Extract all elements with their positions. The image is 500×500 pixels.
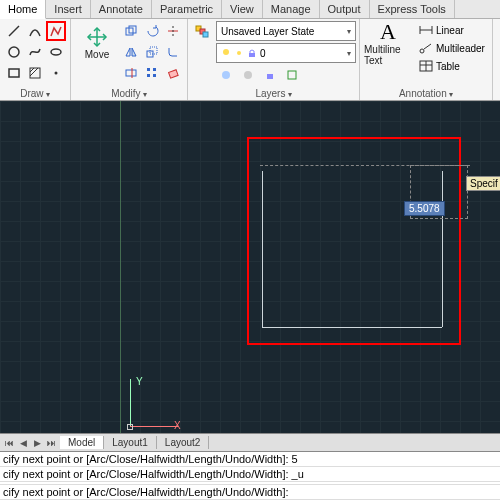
tab-express-tools[interactable]: Express Tools [370,0,455,18]
multiline-text-button[interactable]: A Multiline Text [364,21,412,65]
tab-nav-next-icon[interactable]: ▶ [30,438,44,448]
tab-manage[interactable]: Manage [263,0,320,18]
layer-properties-icon[interactable] [192,21,212,41]
layer-lock-icon[interactable] [260,65,280,85]
table-label: Table [436,61,460,72]
panel-title-draw[interactable]: Draw [4,87,66,100]
command-history-line: cify next point or [Arc/Close/Halfwidth/… [0,452,500,467]
svg-point-30 [244,71,252,79]
array-icon[interactable] [142,63,162,83]
ucs-x-label: X [174,420,181,431]
svg-point-7 [55,72,58,75]
layer-off-icon[interactable] [238,65,258,85]
table-button[interactable]: Table [416,57,488,75]
stretch-icon[interactable] [121,63,141,83]
svg-rect-24 [200,29,205,34]
svg-point-27 [237,51,241,55]
command-prompt[interactable]: cify next point or [Arc/Close/Halfwidth/… [0,485,500,500]
panel-annotation: A Multiline Text Linear Multileader Tabl… [360,19,493,100]
spline-icon[interactable] [25,42,45,62]
svg-rect-31 [267,74,273,79]
svg-rect-32 [288,71,296,79]
drawn-segment-bottom [262,327,442,328]
multiline-text-label: Multiline Text [364,44,412,66]
command-window[interactable]: cify next point or [Arc/Close/Halfwidth/… [0,451,500,500]
svg-rect-18 [147,68,150,71]
hatch-icon[interactable] [25,63,45,83]
panel-label-annotation: Annotation [399,88,447,99]
svg-rect-20 [147,74,150,77]
svg-rect-28 [249,53,255,57]
svg-line-5 [30,68,34,72]
panel-title-layers[interactable]: Layers [192,87,355,100]
svg-rect-19 [153,68,156,71]
drawing-canvas[interactable]: 5.5078 Specif Y X [0,101,500,433]
current-layer-value: 0 [260,48,266,59]
canvas-guide-line [120,101,121,433]
svg-rect-25 [203,32,208,37]
tab-nav-first-icon[interactable]: ⏮ [2,438,16,448]
scale-icon[interactable] [142,42,162,62]
multileader-label: Multileader [436,43,485,54]
svg-point-2 [51,49,61,55]
panel-modify: Move Modify [71,19,188,100]
svg-rect-23 [196,26,201,31]
svg-rect-38 [420,61,432,71]
linear-dim-icon [419,24,433,36]
panel-title-annotation[interactable]: Annotation [364,87,488,100]
layout-tabs: ⏮ ◀ ▶ ⏭ Model Layout1 Layout2 [0,433,500,451]
trim-icon[interactable] [163,21,183,41]
svg-line-37 [424,44,431,49]
multileader-icon [419,42,433,54]
panel-title-modify[interactable]: Modify [75,87,183,100]
svg-rect-3 [9,69,19,77]
command-history-line: cify next point or [Arc/Close/Halfwidth/… [0,467,500,482]
tab-output[interactable]: Output [320,0,370,18]
mirror-icon[interactable] [121,42,141,62]
fillet-icon[interactable] [163,42,183,62]
circle-icon[interactable] [4,42,24,62]
svg-rect-11 [129,26,136,33]
move-label: Move [85,49,109,60]
svg-rect-4 [30,68,40,78]
layer-state-value: Unsaved Layer State [221,26,314,37]
tab-parametric[interactable]: Parametric [152,0,222,18]
tab-nav-last-icon[interactable]: ⏭ [44,438,58,448]
tab-insert[interactable]: Insert [46,0,91,18]
layer-match-icon[interactable] [282,65,302,85]
svg-rect-14 [147,51,153,57]
svg-rect-16 [126,70,136,76]
multileader-button[interactable]: Multileader [416,39,488,57]
svg-rect-22 [169,70,179,78]
dynamic-input[interactable]: 5.5078 [404,201,445,216]
tab-home[interactable]: Home [0,0,46,19]
rotate-icon[interactable] [142,21,162,41]
current-layer-dropdown[interactable]: 0 [216,43,356,63]
sun-icon [234,48,244,58]
layer-state-dropdown[interactable]: Unsaved Layer State [216,21,356,41]
point-icon[interactable] [46,63,66,83]
ribbon-tabs: Home Insert Annotate Parametric View Man… [0,0,500,19]
tab-view[interactable]: View [222,0,263,18]
arc-icon[interactable] [25,21,45,41]
layout-tab-layout1[interactable]: Layout1 [104,436,157,449]
erase-icon[interactable] [163,63,183,83]
line-icon[interactable] [4,21,24,41]
tab-annotate[interactable]: Annotate [91,0,152,18]
copy-icon[interactable] [121,21,141,41]
svg-rect-15 [150,47,157,54]
svg-line-6 [30,68,38,76]
panel-draw: Draw [0,19,71,100]
move-button[interactable]: Move [75,21,119,65]
tab-nav-prev-icon[interactable]: ◀ [16,438,30,448]
linear-dim-button[interactable]: Linear [416,21,488,39]
layer-freeze-icon[interactable] [216,65,236,85]
layout-tab-model[interactable]: Model [60,436,104,449]
layout-tab-layout2[interactable]: Layout2 [157,436,210,449]
ellipse-icon[interactable] [46,42,66,62]
svg-point-36 [420,49,424,53]
rectangle-icon[interactable] [4,63,24,83]
panel-label-modify: Modify [111,88,140,99]
polyline-icon[interactable] [46,21,66,41]
panel-label-draw: Draw [20,88,43,99]
